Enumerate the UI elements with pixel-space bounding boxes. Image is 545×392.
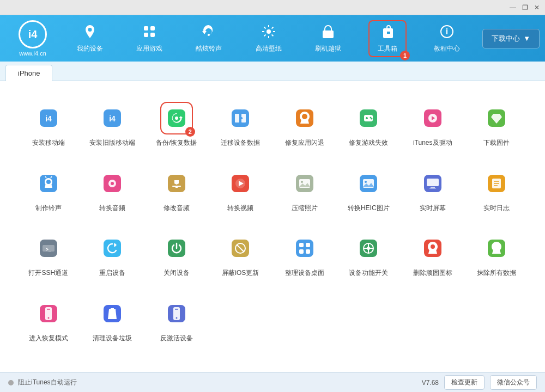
svg-point-85 (431, 244, 435, 249)
wallpapers-icon (261, 24, 276, 42)
tool-item-convert-audio[interactable]: 转换音频 (83, 163, 142, 217)
install-old-app-icon-wrap: i4 (96, 102, 129, 134)
tool-item-migrate-data[interactable]: 迁移设备数据 (211, 97, 270, 152)
convert-heic-icon-wrap (352, 167, 385, 200)
download-btn[interactable]: 下载中心 ▼ (482, 29, 540, 48)
tool-item-make-ringtone[interactable]: 制作铃声 (19, 163, 78, 217)
shutdown-device-icon-wrap (160, 232, 193, 265)
status-indicator (8, 380, 14, 385)
status-right: V7.68 检查更新 微信公众号 (422, 375, 537, 390)
itunes-driver-icon-wrap (416, 102, 449, 134)
svg-point-34 (371, 118, 373, 120)
tool-item-compress-photo[interactable]: 压缩照片 (275, 163, 334, 217)
fix-audio-icon-wrap (160, 167, 193, 200)
svg-point-44 (111, 182, 114, 185)
repair-game-icon-wrap (352, 102, 385, 134)
organize-desktop-icon-wrap (288, 232, 321, 265)
svg-point-4 (208, 34, 210, 36)
header: i4 www.i4.cn 我的设备 应用游戏 酷炫铃声 高清壁纸 刷机越狱 工具… (0, 15, 545, 62)
migrate-data-label: 迁移设备数据 (221, 139, 260, 148)
logo-text: i4 (28, 28, 38, 41)
close-button[interactable]: ✕ (531, 2, 543, 14)
tool-item-itunes-driver[interactable]: iTunes及驱动 (403, 97, 462, 152)
tool-item-shutdown-device[interactable]: 关闭设备 (147, 228, 206, 282)
make-ringtone-icon-wrap (32, 167, 65, 200)
reboot-device-label: 重启设备 (99, 269, 125, 278)
wechat-btn[interactable]: 微信公众号 (490, 375, 537, 390)
svg-point-90 (47, 317, 49, 318)
convert-audio-label: 转换音频 (99, 204, 125, 213)
tab-iphone[interactable]: iPhone (5, 65, 52, 81)
tool-item-block-ios-update[interactable]: 屏蔽iOS更新 (211, 228, 270, 282)
repair-app-icon-wrap (288, 102, 321, 134)
tool-item-reboot-device[interactable]: 重启设备 (83, 228, 142, 282)
convert-video-label: 转换视频 (227, 204, 253, 213)
compress-photo-icon-wrap (288, 167, 321, 200)
backup-restore-label: 备份/恢复数据 (156, 139, 197, 148)
deactivate-label: 反激活设备 (160, 334, 193, 343)
tool-item-deactivate[interactable]: 反激活设备 (147, 293, 206, 347)
tool-item-device-toggle[interactable]: 设备功能开关 (340, 228, 398, 282)
tool-item-download-firmware[interactable]: 下载固件 (468, 97, 526, 152)
version-label: V7.68 (422, 379, 439, 387)
jailbreak-label: 刷机越狱 (315, 44, 341, 53)
tool-item-realtime-log[interactable]: 实时日志 (468, 163, 526, 217)
nav-item-apps-games[interactable]: 应用游戏 (130, 21, 168, 56)
nav-item-jailbreak[interactable]: 刷机越狱 (309, 21, 347, 56)
svg-rect-68 (104, 240, 121, 257)
svg-rect-1 (150, 26, 155, 30)
tool-item-erase-data[interactable]: 抹除所有数据 (468, 228, 526, 282)
tool-item-repair-app[interactable]: 修复应用闪退 (275, 97, 334, 152)
update-btn[interactable]: 检查更新 (444, 375, 485, 390)
svg-rect-2 (144, 33, 148, 37)
minimize-button[interactable]: — (507, 2, 519, 14)
tutorials-icon: i (439, 24, 455, 42)
svg-line-13 (264, 34, 265, 36)
convert-video-icon-wrap (224, 167, 257, 200)
svg-line-10 (264, 27, 265, 28)
tool-item-delete-icon[interactable]: 删除顽固图标 (403, 228, 462, 282)
tool-item-install-app[interactable]: i4 安装移动端 (19, 97, 78, 152)
tool-item-convert-video[interactable]: 转换视频 (211, 163, 270, 217)
install-app-icon-wrap: i4 (32, 102, 65, 134)
svg-rect-78 (306, 249, 310, 254)
tool-item-organize-desktop[interactable]: 整理设备桌面 (275, 228, 334, 282)
tool-item-repair-game[interactable]: 修复游戏失效 (340, 97, 398, 152)
restore-button[interactable]: ❐ (519, 2, 531, 14)
tool-item-realtime-screen[interactable]: 实时屏幕 (403, 163, 462, 217)
apps-games-icon (142, 24, 157, 42)
svg-point-15 (327, 33, 329, 35)
tool-item-open-ssh[interactable]: >_ 打开SSH通道 (19, 228, 78, 282)
toolbox-badge: 1 (400, 51, 410, 60)
svg-rect-0 (144, 26, 148, 30)
tool-item-fix-audio[interactable]: 修改音频 (147, 163, 206, 217)
wallpapers-label: 高清壁纸 (256, 44, 282, 53)
svg-line-12 (271, 27, 273, 28)
nav-item-tutorials[interactable]: i 教程中心 (428, 21, 466, 56)
delete-icon-label: 删除顽固图标 (413, 269, 452, 278)
svg-line-11 (271, 34, 273, 36)
svg-rect-75 (299, 243, 304, 247)
tool-item-install-old-app[interactable]: i4 安装旧版移动端 (83, 97, 142, 152)
logo-area[interactable]: i4 www.i4.cn (5, 20, 60, 57)
block-ios-update-icon-wrap (224, 232, 257, 265)
svg-rect-74 (296, 240, 313, 257)
svg-rect-25 (235, 114, 239, 122)
nav-item-toolbox[interactable]: 工具箱 1 (368, 20, 407, 57)
my-device-label: 我的设备 (77, 44, 103, 53)
nav-item-my-device[interactable]: 我的设备 (71, 21, 109, 56)
tool-item-convert-heic[interactable]: 转换HEIC图片 (340, 163, 398, 217)
tool-item-clean-junk[interactable]: 清理设备垃圾 (83, 293, 142, 347)
tool-item-backup-restore[interactable]: 2 备份/恢复数据 (147, 97, 206, 152)
realtime-screen-label: 实时屏幕 (420, 204, 446, 213)
open-ssh-label: 打开SSH通道 (28, 269, 68, 278)
itunes-label: 阻止iTunes自动运行 (18, 378, 77, 387)
tool-item-recovery-mode[interactable]: 进入恢复模式 (19, 293, 78, 347)
svg-rect-46 (172, 186, 181, 187)
install-old-app-label: 安装旧版移动端 (89, 139, 135, 148)
compress-photo-label: 压缩照片 (292, 204, 318, 213)
nav-item-ringtones[interactable]: 酷炫铃声 (190, 21, 228, 56)
clean-junk-icon-wrap (96, 297, 129, 330)
nav-item-wallpapers[interactable]: 高清壁纸 (250, 21, 288, 56)
content-wrapper: i4 安装移动端 i4 安装旧版移动端 2 备份/恢复数据 迁移设备数据 修复应… (0, 81, 545, 392)
